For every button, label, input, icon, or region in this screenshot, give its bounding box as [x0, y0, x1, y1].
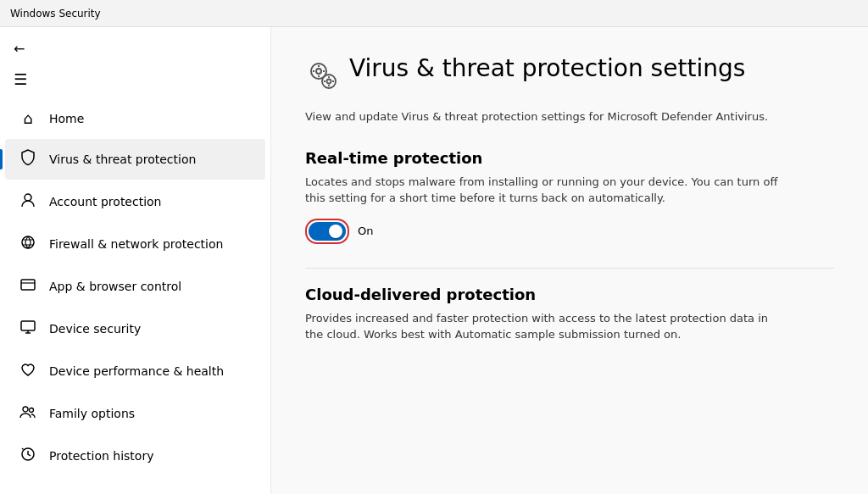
shield-icon [19, 149, 37, 169]
sidebar-item-account[interactable]: Account protection [5, 181, 265, 222]
sidebar-top: ← ☰ [0, 27, 270, 98]
sidebar-item-label: Device security [49, 322, 141, 336]
section-cloud-title: Cloud-delivered protection [305, 286, 834, 303]
svg-rect-2 [21, 280, 35, 290]
sidebar-item-label: App & browser control [49, 280, 181, 293]
sidebar-item-app-browser[interactable]: App & browser control [5, 266, 265, 307]
sidebar-item-protection-history[interactable]: Protection history [5, 436, 265, 476]
toggle-container-realtime[interactable] [305, 219, 349, 244]
svg-point-1 [22, 236, 34, 248]
svg-point-8 [30, 408, 34, 413]
device-security-icon [19, 319, 37, 339]
sidebar: ← ☰ ⌂ Home Virus & threat protection [0, 27, 271, 494]
sidebar-item-firewall[interactable]: Firewall & network protection [5, 224, 265, 264]
sidebar-item-label: Account protection [49, 195, 162, 208]
sidebar-item-label: Home [49, 112, 84, 125]
section-cloud-desc: Provides increased and faster protection… [305, 310, 780, 343]
sidebar-item-label: Family options [49, 407, 135, 420]
toggle-label-realtime: On [358, 225, 373, 237]
section-realtime-desc: Locates and stops malware from installin… [305, 174, 780, 207]
titlebar: Windows Security [0, 0, 868, 27]
app-body: ← ☰ ⌂ Home Virus & threat protection [0, 27, 868, 494]
section-divider [305, 268, 834, 269]
svg-point-7 [23, 407, 28, 412]
svg-point-15 [316, 69, 321, 74]
svg-point-0 [25, 194, 31, 201]
network-icon [19, 234, 37, 254]
page-header-icon [305, 58, 339, 98]
sidebar-item-device-security[interactable]: Device security [5, 308, 265, 349]
titlebar-title: Windows Security [10, 8, 101, 19]
person-icon [19, 191, 37, 212]
toggle-row-realtime: On [305, 219, 834, 244]
browser-icon [19, 276, 37, 297]
section-realtime: Real-time protection Locates and stops m… [305, 149, 834, 244]
family-icon [19, 403, 37, 424]
section-cloud: Cloud-delivered protection Provides incr… [305, 286, 834, 343]
sidebar-item-family[interactable]: Family options [5, 393, 265, 434]
home-icon: ⌂ [19, 109, 37, 127]
realtime-toggle[interactable] [309, 222, 346, 241]
section-realtime-title: Real-time protection [305, 149, 834, 167]
sidebar-item-virus[interactable]: Virus & threat protection [5, 139, 265, 180]
back-button[interactable]: ← [0, 34, 270, 64]
svg-point-21 [327, 80, 331, 84]
sidebar-item-label: Firewall & network protection [49, 237, 223, 251]
back-icon: ← [14, 41, 25, 57]
page-title: Virus & threat protection settings [349, 54, 745, 83]
menu-icon[interactable]: ☰ [0, 64, 270, 95]
page-header: Virus & threat protection settings [305, 54, 834, 98]
svg-rect-4 [21, 321, 35, 330]
sidebar-item-label: Virus & threat protection [49, 153, 196, 166]
sidebar-item-label: Device performance & health [49, 364, 224, 378]
history-icon [19, 446, 37, 466]
sidebar-item-home[interactable]: ⌂ Home [5, 99, 265, 137]
toggle-thumb [329, 225, 342, 238]
page-subtitle: View and update Virus & threat protectio… [305, 108, 797, 125]
main-content: Virus & threat protection settings View … [271, 27, 868, 494]
health-icon [19, 361, 37, 381]
sidebar-item-device-perf[interactable]: Device performance & health [5, 351, 265, 391]
sidebar-item-label: Protection history [49, 449, 153, 463]
